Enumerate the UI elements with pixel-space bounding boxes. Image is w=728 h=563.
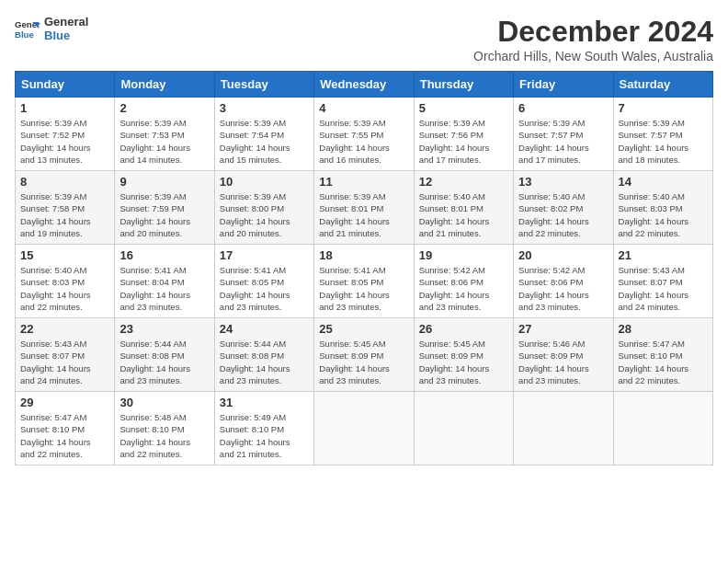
day-number: 13 (518, 175, 608, 189)
calendar-cell: 30Sunrise: 5:48 AM Sunset: 8:10 PM Dayli… (115, 392, 214, 465)
day-number: 24 (220, 322, 309, 336)
calendar-cell: 4Sunrise: 5:39 AM Sunset: 7:55 PM Daylig… (314, 98, 414, 171)
day-number: 20 (518, 248, 608, 262)
calendar-cell: 28Sunrise: 5:47 AM Sunset: 8:10 PM Dayli… (613, 318, 712, 392)
day-info: Sunrise: 5:39 AM Sunset: 7:55 PM Dayligh… (319, 117, 408, 166)
day-number: 3 (220, 101, 309, 115)
calendar-table: SundayMondayTuesdayWednesdayThursdayFrid… (15, 71, 713, 465)
day-number: 10 (220, 175, 309, 189)
day-number: 25 (319, 322, 408, 336)
day-info: Sunrise: 5:39 AM Sunset: 7:53 PM Dayligh… (119, 117, 209, 166)
day-info: Sunrise: 5:39 AM Sunset: 8:01 PM Dayligh… (319, 190, 408, 239)
header-friday: Friday (514, 72, 613, 98)
day-number: 1 (20, 101, 109, 115)
header-saturday: Saturday (613, 72, 712, 98)
day-info: Sunrise: 5:39 AM Sunset: 7:54 PM Dayligh… (220, 117, 309, 166)
calendar-cell: 12Sunrise: 5:40 AM Sunset: 8:01 PM Dayli… (414, 171, 513, 245)
day-info: Sunrise: 5:43 AM Sunset: 8:07 PM Dayligh… (619, 264, 708, 313)
day-info: Sunrise: 5:41 AM Sunset: 8:05 PM Dayligh… (319, 264, 408, 313)
day-info: Sunrise: 5:47 AM Sunset: 8:10 PM Dayligh… (619, 338, 708, 386)
day-info: Sunrise: 5:40 AM Sunset: 8:03 PM Dayligh… (20, 264, 109, 313)
day-info: Sunrise: 5:44 AM Sunset: 8:08 PM Dayligh… (119, 338, 209, 386)
calendar-cell: 29Sunrise: 5:47 AM Sunset: 8:10 PM Dayli… (16, 392, 115, 465)
calendar-cell: 10Sunrise: 5:39 AM Sunset: 8:00 PM Dayli… (214, 171, 313, 245)
day-info: Sunrise: 5:49 AM Sunset: 8:10 PM Dayligh… (220, 411, 309, 460)
day-number: 17 (220, 248, 309, 262)
svg-text:Blue: Blue (15, 29, 34, 40)
day-info: Sunrise: 5:45 AM Sunset: 8:09 PM Dayligh… (319, 338, 408, 386)
calendar-cell: 17Sunrise: 5:41 AM Sunset: 8:05 PM Dayli… (214, 245, 313, 318)
month-title: December 2024 (473, 15, 713, 49)
calendar-cell: 20Sunrise: 5:42 AM Sunset: 8:06 PM Dayli… (514, 245, 613, 318)
day-number: 9 (119, 175, 209, 189)
calendar-cell (613, 392, 712, 465)
header-monday: Monday (115, 72, 214, 98)
day-info: Sunrise: 5:39 AM Sunset: 8:00 PM Dayligh… (220, 190, 309, 239)
calendar-cell: 3Sunrise: 5:39 AM Sunset: 7:54 PM Daylig… (214, 98, 313, 171)
calendar-cell: 9Sunrise: 5:39 AM Sunset: 7:59 PM Daylig… (115, 171, 214, 245)
day-number: 22 (20, 322, 109, 336)
calendar-cell: 25Sunrise: 5:45 AM Sunset: 8:09 PM Dayli… (314, 318, 414, 392)
day-number: 12 (419, 175, 508, 189)
page-header: General Blue General Blue December 2024 … (15, 15, 713, 63)
calendar-week-4: 22Sunrise: 5:43 AM Sunset: 8:07 PM Dayli… (16, 318, 713, 392)
calendar-cell: 16Sunrise: 5:41 AM Sunset: 8:04 PM Dayli… (115, 245, 214, 318)
day-info: Sunrise: 5:47 AM Sunset: 8:10 PM Dayligh… (20, 411, 109, 460)
calendar-cell (514, 392, 613, 465)
calendar-week-2: 8Sunrise: 5:39 AM Sunset: 7:58 PM Daylig… (16, 171, 713, 245)
day-number: 15 (20, 248, 109, 262)
calendar-cell (314, 392, 414, 465)
day-info: Sunrise: 5:39 AM Sunset: 7:52 PM Dayligh… (20, 117, 109, 166)
calendar-cell: 27Sunrise: 5:46 AM Sunset: 8:09 PM Dayli… (514, 318, 613, 392)
calendar-cell: 8Sunrise: 5:39 AM Sunset: 7:58 PM Daylig… (16, 171, 115, 245)
calendar-cell: 6Sunrise: 5:39 AM Sunset: 7:57 PM Daylig… (514, 98, 613, 171)
calendar-cell: 2Sunrise: 5:39 AM Sunset: 7:53 PM Daylig… (115, 98, 214, 171)
calendar-header-row: SundayMondayTuesdayWednesdayThursdayFrid… (16, 72, 713, 98)
location-title: Orchard Hills, New South Wales, Australi… (473, 49, 713, 63)
calendar-cell: 18Sunrise: 5:41 AM Sunset: 8:05 PM Dayli… (314, 245, 414, 318)
header-thursday: Thursday (414, 72, 513, 98)
logo-line1: General (44, 15, 88, 29)
day-info: Sunrise: 5:40 AM Sunset: 8:02 PM Dayligh… (518, 190, 608, 239)
day-number: 31 (220, 396, 309, 409)
calendar-cell: 21Sunrise: 5:43 AM Sunset: 8:07 PM Dayli… (613, 245, 712, 318)
calendar-cell: 7Sunrise: 5:39 AM Sunset: 7:57 PM Daylig… (613, 98, 712, 171)
calendar-cell: 31Sunrise: 5:49 AM Sunset: 8:10 PM Dayli… (214, 392, 313, 465)
calendar-cell: 1Sunrise: 5:39 AM Sunset: 7:52 PM Daylig… (16, 98, 115, 171)
title-block: December 2024 Orchard Hills, New South W… (473, 15, 713, 63)
day-number: 6 (518, 101, 608, 115)
day-number: 2 (119, 101, 209, 115)
day-info: Sunrise: 5:43 AM Sunset: 8:07 PM Dayligh… (20, 338, 109, 386)
day-info: Sunrise: 5:46 AM Sunset: 8:09 PM Dayligh… (518, 338, 608, 386)
logo-icon: General Blue (15, 16, 40, 41)
header-wednesday: Wednesday (314, 72, 414, 98)
calendar-cell: 5Sunrise: 5:39 AM Sunset: 7:56 PM Daylig… (414, 98, 513, 171)
day-number: 16 (119, 248, 209, 262)
day-number: 7 (619, 101, 708, 115)
calendar-week-1: 1Sunrise: 5:39 AM Sunset: 7:52 PM Daylig… (16, 98, 713, 171)
calendar-cell: 13Sunrise: 5:40 AM Sunset: 8:02 PM Dayli… (514, 171, 613, 245)
day-info: Sunrise: 5:39 AM Sunset: 7:58 PM Dayligh… (20, 190, 109, 239)
day-info: Sunrise: 5:40 AM Sunset: 8:03 PM Dayligh… (619, 190, 708, 239)
day-info: Sunrise: 5:39 AM Sunset: 7:56 PM Dayligh… (419, 117, 508, 166)
day-info: Sunrise: 5:39 AM Sunset: 7:57 PM Dayligh… (518, 117, 608, 166)
day-number: 19 (419, 248, 508, 262)
day-info: Sunrise: 5:39 AM Sunset: 7:57 PM Dayligh… (619, 117, 708, 166)
calendar-cell: 15Sunrise: 5:40 AM Sunset: 8:03 PM Dayli… (16, 245, 115, 318)
day-number: 28 (619, 322, 708, 336)
day-number: 8 (20, 175, 109, 189)
day-number: 30 (119, 396, 209, 409)
calendar-cell: 26Sunrise: 5:45 AM Sunset: 8:09 PM Dayli… (414, 318, 513, 392)
calendar-cell: 22Sunrise: 5:43 AM Sunset: 8:07 PM Dayli… (16, 318, 115, 392)
logo: General Blue General Blue (15, 15, 88, 42)
calendar-cell: 24Sunrise: 5:44 AM Sunset: 8:08 PM Dayli… (214, 318, 313, 392)
day-info: Sunrise: 5:40 AM Sunset: 8:01 PM Dayligh… (419, 190, 508, 239)
calendar-week-5: 29Sunrise: 5:47 AM Sunset: 8:10 PM Dayli… (16, 392, 713, 465)
calendar-cell: 11Sunrise: 5:39 AM Sunset: 8:01 PM Dayli… (314, 171, 414, 245)
day-info: Sunrise: 5:44 AM Sunset: 8:08 PM Dayligh… (220, 338, 309, 386)
logo-line2: Blue (44, 29, 88, 42)
header-sunday: Sunday (16, 72, 115, 98)
day-number: 21 (619, 248, 708, 262)
calendar-cell: 19Sunrise: 5:42 AM Sunset: 8:06 PM Dayli… (414, 245, 513, 318)
day-info: Sunrise: 5:41 AM Sunset: 8:05 PM Dayligh… (220, 264, 309, 313)
